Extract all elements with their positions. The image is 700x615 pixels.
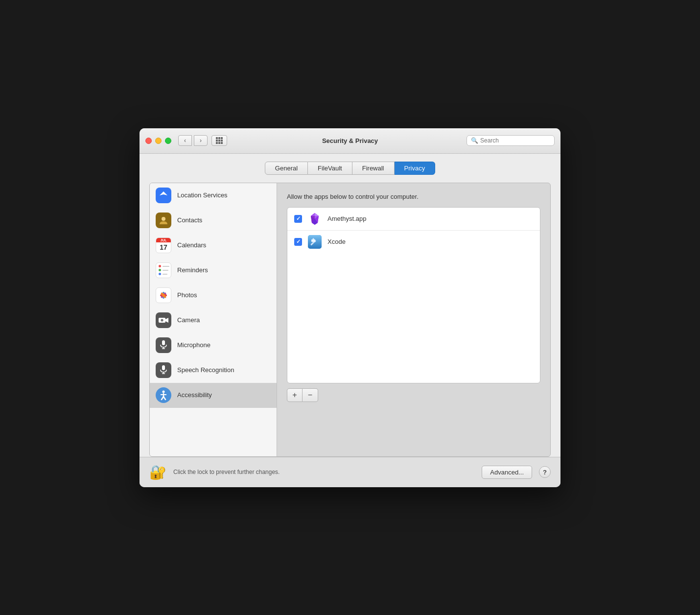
- forward-button[interactable]: ›: [194, 135, 208, 146]
- content-area: General FileVault Firewall Privacy Locat…: [140, 154, 560, 457]
- checkbox-amethyst[interactable]: ✓: [294, 215, 302, 223]
- app-name-amethyst: Amethyst.app: [327, 215, 367, 222]
- svg-marker-39: [315, 213, 319, 216]
- footer: 🔐 Click the lock to prevent further chan…: [140, 457, 560, 487]
- sidebar-item-speech-recognition[interactable]: Speech Recognition: [150, 358, 277, 383]
- sidebar-label-calendars: Calendars: [177, 241, 206, 249]
- add-app-button[interactable]: +: [287, 388, 303, 402]
- sidebar-label-contacts: Contacts: [177, 216, 202, 224]
- microphone-icon: [156, 337, 171, 353]
- close-button[interactable]: [145, 138, 152, 144]
- back-button[interactable]: ‹: [178, 135, 192, 146]
- sidebar-item-camera[interactable]: Camera: [150, 308, 277, 333]
- tab-privacy[interactable]: Privacy: [395, 162, 436, 175]
- svg-marker-20: [165, 318, 168, 323]
- sidebar-label-location-services: Location Services: [177, 191, 228, 199]
- traffic-lights: [145, 138, 171, 144]
- photos-icon: [156, 287, 171, 303]
- footer-text: Click the lock to prevent further change…: [173, 469, 475, 475]
- speech-recognition-icon: [156, 362, 171, 378]
- search-input[interactable]: [480, 137, 550, 144]
- sidebar-label-camera: Camera: [177, 316, 200, 324]
- contacts-icon: [156, 213, 171, 228]
- svg-rect-23: [162, 340, 165, 345]
- sidebar-item-calendars[interactable]: JUL 17 Calendars: [150, 233, 277, 258]
- svg-point-29: [163, 390, 165, 393]
- app-item-amethyst[interactable]: ✓ Amethyst.app: [287, 208, 540, 231]
- tab-firewall[interactable]: Firewall: [352, 162, 395, 175]
- main-panel: Location Services Contacts: [149, 183, 551, 457]
- advanced-button[interactable]: Advanced...: [482, 466, 532, 479]
- grid-button[interactable]: [211, 135, 227, 146]
- svg-point-22: [162, 319, 163, 321]
- sidebar-label-speech-recognition: Speech Recognition: [177, 366, 234, 374]
- sidebar-item-microphone[interactable]: Microphone: [150, 333, 277, 358]
- app-list: ✓ Amethyst.app: [287, 207, 540, 383]
- tab-general[interactable]: General: [265, 162, 308, 175]
- accessibility-icon: [156, 387, 171, 403]
- titlebar: ‹ › Security & Privacy 🔍: [140, 128, 560, 154]
- svg-rect-6: [216, 142, 218, 144]
- checkbox-xcode[interactable]: ✓: [294, 238, 302, 246]
- sidebar-item-reminders[interactable]: Reminders: [150, 258, 277, 283]
- search-bar[interactable]: 🔍: [467, 135, 555, 146]
- right-panel: Allow the apps below to control your com…: [277, 183, 550, 456]
- svg-rect-45: [311, 239, 315, 242]
- sidebar-item-contacts[interactable]: Contacts: [150, 208, 277, 233]
- minimize-button[interactable]: [155, 138, 162, 144]
- svg-rect-2: [221, 137, 223, 139]
- remove-app-button[interactable]: −: [303, 388, 318, 402]
- tabs: General FileVault Firewall Privacy: [149, 162, 551, 175]
- svg-rect-7: [218, 142, 220, 144]
- sidebar-label-photos: Photos: [177, 291, 197, 299]
- app-name-xcode: Xcode: [327, 238, 346, 245]
- help-button[interactable]: ?: [539, 466, 551, 478]
- reminders-icon: [156, 262, 171, 278]
- svg-marker-40: [311, 213, 315, 216]
- tab-filevault[interactable]: FileVault: [308, 162, 352, 175]
- app-item-xcode[interactable]: ✓: [287, 231, 540, 253]
- sidebar-label-reminders: Reminders: [177, 266, 208, 274]
- svg-rect-0: [216, 137, 218, 139]
- svg-point-10: [162, 217, 165, 221]
- panel-description: Allow the apps below to control your com…: [287, 193, 540, 200]
- camera-icon: [156, 312, 171, 328]
- sidebar-item-location-services[interactable]: Location Services: [150, 183, 277, 208]
- svg-rect-4: [218, 140, 220, 142]
- window-title: Security & Privacy: [322, 137, 378, 144]
- lock-icon[interactable]: 🔐: [149, 464, 166, 480]
- svg-rect-8: [221, 142, 223, 144]
- svg-rect-26: [162, 365, 165, 370]
- calendars-icon: JUL 17: [156, 237, 171, 253]
- list-controls: + −: [287, 388, 540, 402]
- svg-rect-1: [218, 137, 220, 139]
- main-window: ‹ › Security & Privacy 🔍 Gener: [140, 128, 560, 487]
- zoom-button[interactable]: [165, 138, 171, 144]
- svg-rect-5: [221, 140, 223, 142]
- amethyst-icon: [308, 212, 322, 226]
- nav-buttons: ‹ ›: [178, 135, 208, 146]
- svg-rect-3: [216, 140, 218, 142]
- xcode-icon: [308, 235, 322, 249]
- svg-line-33: [163, 397, 165, 400]
- location-services-icon: [156, 188, 171, 203]
- sidebar-label-accessibility: Accessibility: [177, 391, 212, 399]
- search-icon: 🔍: [471, 137, 478, 144]
- sidebar-item-accessibility[interactable]: Accessibility: [150, 383, 277, 408]
- sidebar-item-photos[interactable]: Photos: [150, 283, 277, 308]
- sidebar: Location Services Contacts: [150, 183, 277, 456]
- sidebar-label-microphone: Microphone: [177, 341, 210, 349]
